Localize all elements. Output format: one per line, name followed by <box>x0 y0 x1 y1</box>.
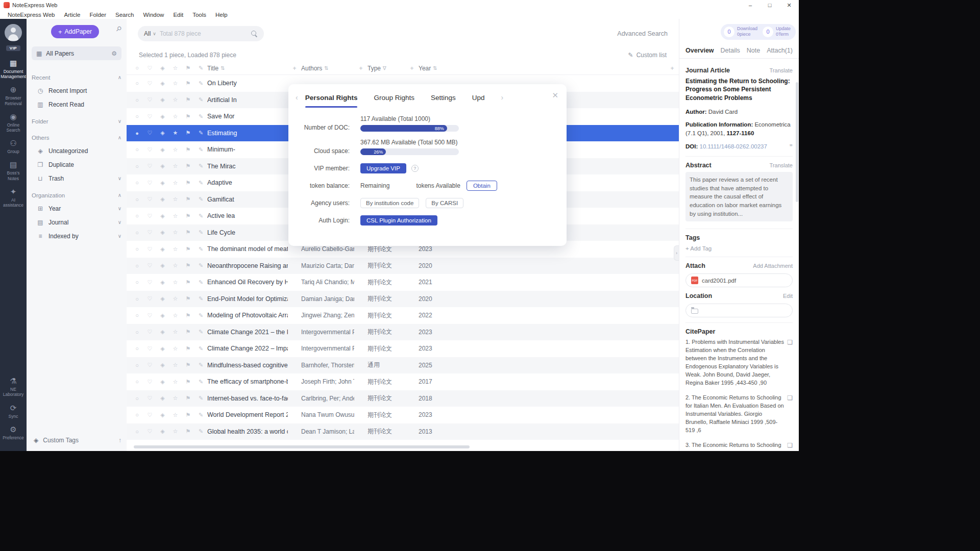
tag-icon[interactable]: ◈ <box>156 246 169 253</box>
menu-item-tools[interactable]: Tools <box>188 12 211 18</box>
favorite-icon[interactable]: ♡ <box>143 96 156 103</box>
menu-item-search[interactable]: Search <box>111 12 138 18</box>
flag-icon[interactable]: ⚑ <box>182 345 194 352</box>
star-icon[interactable]: ☆ <box>169 329 182 335</box>
flag-icon[interactable]: ⚑ <box>182 312 194 319</box>
tag-icon[interactable]: ◈ <box>156 130 169 136</box>
favorite-icon[interactable]: ♡ <box>143 295 156 302</box>
flag-icon[interactable]: ⚑ <box>182 65 194 71</box>
note-icon[interactable]: ✎ <box>194 196 207 203</box>
favorite-icon[interactable]: ♡ <box>143 379 156 385</box>
table-row[interactable]: ○♡◈☆⚑✎End-Point Model for Optimization .… <box>127 291 679 308</box>
scrollbar-thumb[interactable] <box>134 445 470 448</box>
note-icon[interactable]: ✎ <box>194 130 207 136</box>
note-icon[interactable]: ✎ <box>194 180 207 186</box>
flag-icon[interactable]: ⚑ <box>182 196 194 203</box>
sidebar-item-all-papers[interactable]: ▦ All Papers ⚙ <box>32 46 121 60</box>
help-icon[interactable]: ? <box>411 165 419 172</box>
sidebar-item-year[interactable]: ⊞ Year ∨ <box>32 202 121 215</box>
read-status-icon[interactable]: ○ <box>131 412 143 418</box>
maximize-button[interactable]: □ <box>760 0 779 10</box>
read-status-icon[interactable]: ○ <box>131 80 143 86</box>
note-icon[interactable]: ✎ <box>194 246 207 253</box>
detail-tab-note[interactable]: Note <box>747 47 760 54</box>
export-icon[interactable]: ❏ <box>787 338 793 387</box>
favorite-icon[interactable]: ♡ <box>143 362 156 368</box>
tag-icon[interactable]: ◈ <box>156 428 169 435</box>
star-icon[interactable]: ☆ <box>169 163 182 169</box>
flag-icon[interactable]: ⚑ <box>182 262 194 269</box>
read-status-icon[interactable]: ○ <box>131 263 143 269</box>
tag-icon[interactable]: ◈ <box>156 295 169 302</box>
edit-button[interactable]: Edit <box>783 293 793 299</box>
read-status-icon[interactable]: ○ <box>131 163 143 169</box>
read-status-icon[interactable]: ○ <box>131 429 143 435</box>
note-icon[interactable]: ✎ <box>194 163 207 169</box>
sidebar-item-journal[interactable]: ▤ Journal ∨ <box>32 215 121 229</box>
update-badge[interactable]: 0 Update 0Term <box>763 26 791 38</box>
column-header-year[interactable]: Year ⇅ <box>419 65 448 72</box>
flag-icon[interactable]: ⚑ <box>182 246 194 253</box>
flag-icon[interactable]: ⚑ <box>182 146 194 153</box>
rail-item-sync[interactable]: ⟳Sync <box>0 404 27 419</box>
flag-icon[interactable]: ⚑ <box>182 96 194 103</box>
detail-tab-details[interactable]: Details <box>721 47 740 54</box>
star-icon[interactable]: ☆ <box>169 113 182 120</box>
favorite-icon[interactable]: ♡ <box>143 130 156 136</box>
add-attachment-button[interactable]: Add Attachment <box>753 263 793 269</box>
read-status-icon[interactable]: ● <box>131 130 143 136</box>
favorite-icon[interactable]: ♡ <box>143 229 156 236</box>
note-icon[interactable]: ✎ <box>194 96 207 103</box>
sidebar-item-recent-import[interactable]: ◷ Recent Import <box>32 84 121 97</box>
tag-icon[interactable]: ◈ <box>156 96 169 103</box>
favorite-icon[interactable]: ♡ <box>143 146 156 153</box>
close-button[interactable]: ✕ <box>779 0 799 10</box>
tag-icon[interactable]: ◈ <box>156 196 169 203</box>
flag-icon[interactable]: ⚑ <box>182 329 194 335</box>
favorite-icon[interactable]: ♡ <box>143 312 156 319</box>
read-status-icon[interactable]: ○ <box>131 329 143 335</box>
sidebar-section-folder[interactable]: Folder ∨ <box>32 115 121 128</box>
star-icon[interactable]: ☆ <box>169 65 182 71</box>
note-icon[interactable]: ✎ <box>194 213 207 219</box>
note-icon[interactable]: ✎ <box>194 412 207 418</box>
favorite-icon[interactable]: ♡ <box>143 329 156 335</box>
menu-item-noteexpress-web[interactable]: NoteExpress Web <box>3 12 59 18</box>
star-icon[interactable]: ☆ <box>169 180 182 186</box>
detail-tab-overview[interactable]: Overview <box>685 47 714 54</box>
add-paper-button[interactable]: + AddPaper <box>51 25 99 38</box>
star-icon[interactable]: ☆ <box>169 213 182 219</box>
read-status-icon[interactable]: ○ <box>131 246 143 252</box>
table-row[interactable]: ○♡◈☆⚑✎Climate Change 2021 – the Physi...… <box>127 324 679 341</box>
tag-icon[interactable]: ◈ <box>156 345 169 352</box>
tag-icon[interactable]: ◈ <box>156 213 169 219</box>
read-status-icon[interactable]: ○ <box>131 196 143 203</box>
search-scope-dropdown[interactable]: All ∨ <box>144 30 156 37</box>
column-header-type[interactable]: Type ∇ <box>368 65 405 72</box>
flag-icon[interactable]: ⚑ <box>182 113 194 120</box>
read-status-icon[interactable]: ○ <box>131 379 143 385</box>
flag-icon[interactable]: ⚑ <box>182 180 194 186</box>
favorite-icon[interactable]: ♡ <box>143 345 156 352</box>
sidebar-item-custom-tags[interactable]: ◈ Custom Tags ↑ <box>32 434 121 447</box>
table-row[interactable]: ○♡◈☆⚑✎World Development Report 2022: ...… <box>127 407 679 423</box>
rail-item-ne-laboratory[interactable]: ⚗NE Laboratory <box>0 377 27 397</box>
star-icon[interactable]: ☆ <box>169 295 182 302</box>
star-icon[interactable]: ☆ <box>169 379 182 385</box>
note-icon[interactable]: ✎ <box>194 80 207 87</box>
favorite-icon[interactable]: ♡ <box>143 262 156 269</box>
favorite-icon[interactable]: ♡ <box>143 180 156 186</box>
rail-item-online-search[interactable]: ◉Online Search <box>0 113 27 133</box>
tag-icon[interactable]: ◈ <box>156 279 169 286</box>
note-icon[interactable]: ✎ <box>194 329 207 335</box>
note-icon[interactable]: ✎ <box>194 362 207 368</box>
search-input[interactable] <box>160 30 247 37</box>
horizontal-scrollbar[interactable] <box>132 444 674 449</box>
location-field[interactable] <box>685 304 793 317</box>
read-status-icon[interactable]: ○ <box>131 97 143 103</box>
menu-item-window[interactable]: Window <box>138 12 168 18</box>
upgrade-vip-button[interactable]: Upgrade VIP <box>360 163 406 173</box>
star-icon[interactable]: ☆ <box>169 395 182 402</box>
tag-icon[interactable]: ◈ <box>156 379 169 385</box>
rail-item-ai-assistance[interactable]: ✦AI assistance <box>0 188 27 208</box>
